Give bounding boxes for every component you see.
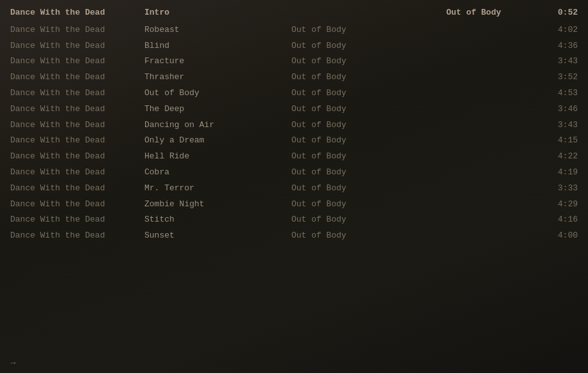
track-duration: 4:29 (539, 198, 578, 211)
track-album: Out of Body (291, 71, 539, 84)
track-duration: 4:16 (539, 213, 578, 227)
track-duration: 3:46 (539, 103, 578, 116)
track-artist: Dance With the Dead (10, 103, 144, 116)
track-album: Out of Body (291, 87, 539, 100)
track-duration: 3:52 (539, 71, 578, 84)
track-row[interactable]: Dance With the DeadBlindOut of Body4:36 (0, 38, 588, 54)
track-artist: Dance With the Dead (10, 55, 144, 68)
track-duration: 4:36 (539, 40, 578, 53)
track-duration: 3:43 (539, 119, 578, 132)
track-duration: 4:00 (539, 229, 578, 243)
track-title: Only a Dream (144, 134, 291, 148)
track-album: Out of Body (291, 119, 539, 132)
track-title: Cobra (144, 166, 291, 179)
track-duration: 4:19 (539, 166, 578, 179)
track-title: Robeast (144, 24, 291, 37)
track-artist: Dance With the Dead (10, 87, 144, 100)
track-album: Out of Body (291, 24, 539, 37)
track-album: Out of Body (291, 229, 539, 243)
track-title: Thrasher (144, 71, 291, 84)
track-duration: 4:22 (539, 150, 578, 164)
track-title: The Deep (144, 103, 291, 116)
track-artist: Dance With the Dead (10, 198, 144, 211)
track-title: Stitch (144, 213, 291, 227)
bottom-arrow-icon: → (10, 358, 15, 368)
track-artist: Dance With the Dead (10, 229, 144, 243)
track-row[interactable]: Dance With the DeadRobeastOut of Body4:0… (0, 22, 588, 38)
track-row[interactable]: Dance With the DeadThe DeepOut of Body3:… (0, 102, 588, 118)
track-title: Out of Body (144, 87, 291, 100)
track-album: Out of Body (291, 182, 539, 195)
track-duration: 3:33 (539, 182, 578, 195)
track-title: Dancing on Air (144, 119, 291, 132)
track-row[interactable]: Dance With the DeadThrasherOut of Body3:… (0, 70, 588, 86)
header-duration: 0:52 (539, 6, 578, 20)
track-artist: Dance With the Dead (10, 119, 144, 132)
track-row[interactable]: Dance With the DeadOut of BodyOut of Bod… (0, 86, 588, 102)
track-row[interactable]: Dance With the DeadDancing on AirOut of … (0, 118, 588, 133)
track-row[interactable]: Dance With the DeadMr. TerrorOut of Body… (0, 181, 588, 197)
track-album: Out of Body (291, 198, 539, 211)
track-row[interactable]: Dance With the DeadStitchOut of Body4:16 (0, 212, 588, 228)
track-album: Out of Body (291, 166, 539, 179)
track-list: Dance With the Dead Intro Out of Body 0:… (0, 0, 588, 249)
track-album: Out of Body (291, 40, 539, 53)
track-duration: 4:53 (539, 87, 578, 100)
track-row[interactable]: Dance With the DeadZombie NightOut of Bo… (0, 197, 588, 213)
track-title: Hell Ride (144, 150, 291, 164)
track-title: Blind (144, 40, 291, 53)
track-list-header: Dance With the Dead Intro Out of Body 0:… (0, 5, 588, 21)
track-album: Out of Body (291, 103, 539, 116)
track-title: Mr. Terror (144, 182, 291, 195)
track-album: Out of Body (291, 150, 539, 164)
header-artist: Dance With the Dead (10, 6, 144, 20)
track-album: Out of Body (291, 213, 539, 227)
track-artist: Dance With the Dead (10, 182, 144, 195)
track-artist: Dance With the Dead (10, 71, 144, 84)
track-row[interactable]: Dance With the DeadHell RideOut of Body4… (0, 149, 588, 165)
header-album: Out of Body (291, 6, 539, 20)
track-title: Sunset (144, 229, 291, 243)
track-row[interactable]: Dance With the DeadCobraOut of Body4:19 (0, 165, 588, 181)
track-row[interactable]: Dance With the DeadSunsetOut of Body4:00 (0, 228, 588, 244)
track-row[interactable]: Dance With the DeadFractureOut of Body3:… (0, 54, 588, 70)
track-title: Zombie Night (144, 198, 291, 211)
track-duration: 3:43 (539, 55, 578, 68)
track-duration: 4:02 (539, 24, 578, 37)
track-artist: Dance With the Dead (10, 166, 144, 179)
track-artist: Dance With the Dead (10, 134, 144, 148)
track-artist: Dance With the Dead (10, 213, 144, 227)
track-row[interactable]: Dance With the DeadOnly a DreamOut of Bo… (0, 133, 588, 149)
track-artist: Dance With the Dead (10, 40, 144, 53)
track-title: Fracture (144, 55, 291, 68)
track-album: Out of Body (291, 134, 539, 148)
track-artist: Dance With the Dead (10, 150, 144, 164)
track-artist: Dance With the Dead (10, 24, 144, 37)
header-title: Intro (144, 6, 291, 20)
track-duration: 4:15 (539, 134, 578, 148)
track-album: Out of Body (291, 55, 539, 68)
